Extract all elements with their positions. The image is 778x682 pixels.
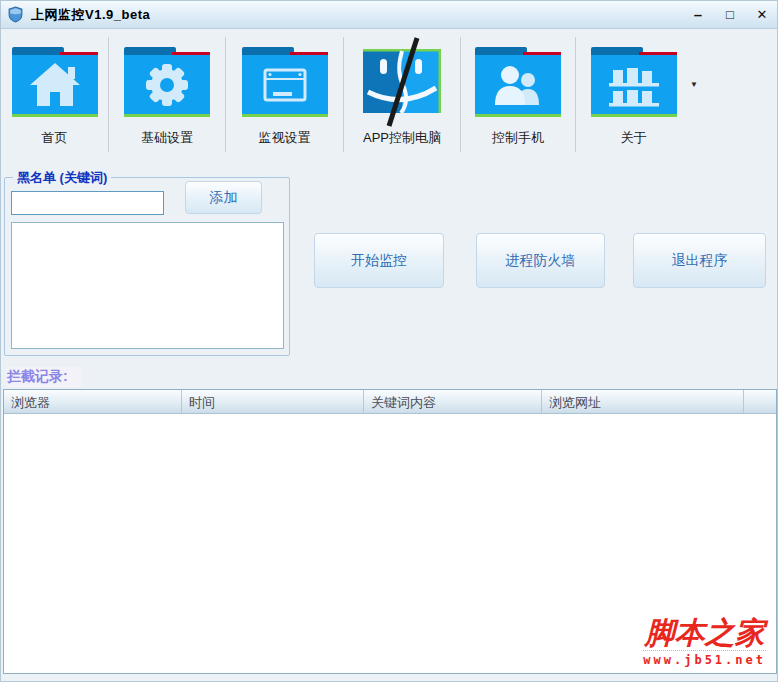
toolbar-item-control-phone[interactable]: 控制手机 (461, 37, 576, 152)
minimize-button[interactable]: – (689, 1, 707, 29)
column-header-filler (744, 390, 776, 413)
window-title: 上网监控V1.9_beta (31, 6, 150, 24)
about-dropdown-arrow-icon[interactable]: ▼ (690, 81, 698, 89)
start-monitoring-button[interactable]: 开始监控 (314, 233, 444, 288)
blacklist-listbox[interactable] (11, 222, 284, 349)
watermark-site-name: 脚本之家 (643, 618, 766, 648)
records-table-header: 浏览器 时间 关键词内容 浏览网址 (4, 390, 776, 414)
toolbar-item-about[interactable]: 关于 (576, 37, 691, 152)
blacklist-group-label: 黑名单 (关键词) (13, 169, 111, 187)
main-toolbar: 首页 基础设置 (1, 29, 778, 156)
close-button[interactable]: ✕ (753, 1, 771, 29)
toolbar-item-basic-settings[interactable]: 基础设置 (109, 37, 226, 152)
toolbar-item-home[interactable]: 首页 (1, 37, 109, 152)
maximize-button[interactable]: □ (721, 1, 739, 29)
toolbar-item-monitor-settings[interactable]: 监视设置 (226, 37, 344, 152)
gear-folder-icon (122, 43, 212, 121)
title-bar: 上网监控V1.9_beta – □ ✕ (1, 1, 778, 29)
toolbar-label-monitor-settings: 监视设置 (259, 129, 311, 147)
home-folder-icon (10, 43, 100, 121)
column-header-keyword[interactable]: 关键词内容 (364, 390, 542, 413)
column-header-time[interactable]: 时间 (182, 390, 364, 413)
toolbar-label-app-control-pc: APP控制电脑 (363, 129, 441, 147)
watermark-site-url: www.jb51.net (643, 650, 766, 667)
exit-program-button[interactable]: 退出程序 (633, 233, 766, 288)
column-header-url[interactable]: 浏览网址 (542, 390, 744, 413)
toolbar-label-about: 关于 (621, 129, 647, 147)
intercept-records-table: 浏览器 时间 关键词内容 浏览网址 脚本之家 www.jb51.net (3, 389, 777, 674)
browser-folder-icon (240, 43, 330, 121)
process-firewall-button[interactable]: 进程防火墙 (476, 233, 605, 288)
users-folder-icon (473, 43, 563, 121)
records-table-body[interactable]: 脚本之家 www.jb51.net (4, 414, 776, 673)
intercept-records-label: 拦截记录: (6, 367, 82, 387)
blacklist-groupbox: 黑名单 (关键词) 添加 (4, 177, 290, 356)
keyword-input[interactable] (11, 191, 164, 215)
add-keyword-button[interactable]: 添加 (185, 181, 262, 214)
toolbar-label-basic-settings: 基础设置 (141, 129, 193, 147)
finder-face-icon (357, 43, 447, 121)
column-header-browser[interactable]: 浏览器 (4, 390, 182, 413)
toolbar-label-control-phone: 控制手机 (492, 129, 544, 147)
toolbar-label-home: 首页 (42, 129, 68, 147)
shelf-folder-icon (589, 43, 679, 121)
shield-app-icon (7, 6, 24, 23)
toolbar-item-app-control-pc[interactable]: APP控制电脑 (344, 37, 461, 152)
watermark: 脚本之家 www.jb51.net (643, 618, 766, 667)
